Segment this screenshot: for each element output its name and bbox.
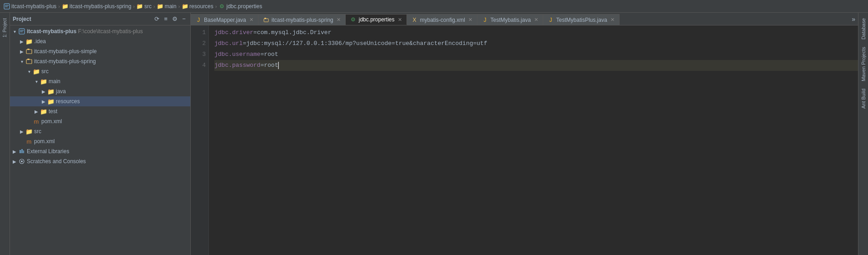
- tree-item-idea[interactable]: ▶ 📁 .idea: [10, 36, 190, 46]
- line-num-2: 2: [191, 38, 206, 49]
- breadcrumb-item-1[interactable]: itcast-mybatis-plus: [4, 3, 56, 10]
- tab-close-testmybatisplus[interactable]: ✕: [610, 17, 615, 23]
- tree-label-simple: itcast-mybatis-plus-simple: [34, 48, 97, 55]
- tab-mybatis-config[interactable]: X mybatis-config.xml ✕: [407, 14, 477, 25]
- arrow-main: ▾: [33, 78, 40, 85]
- arrow-root: ▾: [11, 28, 18, 35]
- right-tool-strips: Database Maven Projects Ant Build: [858, 13, 868, 255]
- tab-close-basemapper[interactable]: ✕: [249, 17, 253, 23]
- tab-testmybatis[interactable]: J TestMybatis.java ✕: [477, 14, 543, 25]
- tree-label-external: External Libraries: [27, 148, 69, 155]
- tab-close-testmybatis[interactable]: ✕: [534, 17, 538, 23]
- line-num-4: 4: [191, 60, 206, 71]
- tab-label-jdbc: jdbc.properties: [359, 16, 395, 23]
- code-key-4: jdbc.password: [214, 60, 260, 71]
- tree-label-java: java: [56, 88, 66, 95]
- svg-rect-8: [26, 60, 32, 64]
- tab-spring-module[interactable]: itcast-mybatis-plus-spring ✕: [258, 14, 346, 25]
- tab-close-mybatis-config[interactable]: ✕: [468, 17, 472, 23]
- panel-sync-icon[interactable]: ⟳: [153, 15, 160, 23]
- tree-label-main: main: [49, 78, 60, 85]
- tab-jdbc[interactable]: ⚙ jdbc.properties ✕: [346, 14, 407, 25]
- tree-label-test: test: [49, 108, 57, 115]
- svg-rect-5: [20, 31, 23, 32]
- line-numbers: 1 2 3 4: [191, 25, 209, 255]
- code-line-4: jdbc.password=root: [214, 60, 858, 71]
- breadcrumb-item-2[interactable]: 📁 itcast-mybatis-plus-spring: [62, 3, 131, 10]
- tree-item-java[interactable]: ▶ 📁 java: [10, 86, 190, 96]
- folder-icon-idea: 📁: [25, 38, 33, 45]
- tree-item-main[interactable]: ▾ 📁 main: [10, 76, 190, 86]
- tree-item-resources[interactable]: ▶ 📁 resources: [10, 96, 190, 106]
- tree-item-external[interactable]: ▶ External Libraries: [10, 146, 190, 156]
- tree-item-spring[interactable]: ▾ itcast-mybatis-plus-spring: [10, 56, 190, 66]
- breadcrumb-item-3[interactable]: 📁 src: [137, 3, 152, 10]
- panel-header-icons: ⟳ ≡ ⚙ −: [153, 15, 188, 23]
- tree-label-resources: resources: [56, 98, 80, 105]
- folder-icon-test: 📁: [40, 108, 47, 115]
- tab-basemapper[interactable]: J BaseMapper.java ✕: [191, 14, 258, 25]
- maven-panel-label[interactable]: Maven Projects: [860, 43, 867, 85]
- panel-minimize-icon[interactable]: −: [180, 15, 188, 23]
- breadcrumb-label-1: itcast-mybatis-plus: [11, 3, 56, 10]
- tree-label-src-root: src: [34, 128, 41, 135]
- breadcrumb-item-4[interactable]: 📁 main: [157, 3, 176, 10]
- code-key-3: jdbc.username: [214, 49, 260, 60]
- tree-item-pom-root[interactable]: ▶ m pom.xml: [10, 136, 190, 146]
- tab-overflow-button[interactable]: »: [849, 15, 858, 23]
- tree-item-simple[interactable]: ▶ itcast-mybatis-plus-simple: [10, 46, 190, 56]
- tree-label-spring: itcast-mybatis-plus-spring: [34, 58, 96, 65]
- breadcrumb-item-5[interactable]: 📁 resources: [182, 3, 213, 10]
- svg-rect-10: [20, 150, 21, 153]
- project-tool-label[interactable]: 1: Project: [1, 15, 8, 41]
- line-num-3: 3: [191, 49, 206, 60]
- panel-header: Project ⟳ ≡ ⚙ −: [10, 13, 190, 25]
- tab-testmybatisplus[interactable]: J TestMybatisPlus.java ✕: [543, 14, 620, 25]
- breadcrumb-sep-3: ›: [154, 4, 155, 9]
- properties-icon-tab: ⚙: [350, 16, 357, 23]
- tree-label-root: itcast-mybatis-plus: [27, 28, 76, 35]
- breadcrumb-sep-2: ›: [133, 4, 135, 9]
- tab-close-spring[interactable]: ✕: [337, 17, 341, 23]
- scratches-icon: [18, 158, 25, 165]
- tree-item-pom-spring[interactable]: ▶ m pom.xml: [10, 116, 190, 126]
- folder-icon-src: 📁: [33, 68, 40, 75]
- tree-item-src-spring[interactable]: ▾ 📁 src: [10, 66, 190, 76]
- database-panel-label[interactable]: Database: [860, 15, 867, 43]
- code-line-3: jdbc.username=root: [214, 49, 858, 60]
- arrow-test: ▶: [33, 108, 40, 115]
- code-eq-2: =: [243, 38, 246, 49]
- panel-title: Project: [13, 16, 150, 22]
- tree-item-src-root[interactable]: ▶ 📁 src: [10, 126, 190, 136]
- ant-panel-label[interactable]: Ant Build: [860, 85, 867, 112]
- folder-icon-4: 📁: [182, 3, 188, 10]
- maven-icon-root: m: [25, 138, 33, 145]
- tree-item-test[interactable]: ▶ 📁 test: [10, 106, 190, 116]
- code-editor[interactable]: jdbc.driver=com.mysql.jdbc.Driver jdbc.u…: [209, 25, 858, 255]
- folder-icon-main: 📁: [40, 78, 47, 85]
- module-icon-tab: [263, 17, 269, 23]
- svg-rect-4: [20, 30, 24, 31]
- tree-item-scratches[interactable]: ▶ Scratches and Consoles: [10, 156, 190, 166]
- code-val-1: com.mysql.jdbc.Driver: [257, 27, 332, 38]
- svg-rect-15: [264, 19, 268, 22]
- panel-collapse-icon[interactable]: ≡: [162, 15, 169, 23]
- tab-label-basemapper: BaseMapper.java: [204, 17, 246, 23]
- project-icon-tree: [18, 28, 25, 35]
- breadcrumb-label-5: resources: [189, 3, 213, 10]
- panel-settings-icon[interactable]: ⚙: [171, 15, 179, 23]
- editor-area: J BaseMapper.java ✕ itcast-mybatis-plus-…: [191, 13, 858, 255]
- code-eq-3: =: [260, 49, 264, 60]
- tree-item-root[interactable]: ▾ itcast-mybatis-plus F:\code\itcast-myb…: [10, 26, 190, 36]
- java-icon-1: J: [195, 17, 202, 23]
- breadcrumb-item-6[interactable]: ⚙ jdbc.properties: [218, 3, 262, 10]
- tab-close-jdbc[interactable]: ✕: [398, 17, 402, 23]
- properties-icon: ⚙: [218, 3, 225, 10]
- svg-rect-16: [264, 18, 266, 19]
- arrow-external: ▶: [11, 148, 18, 155]
- code-val-3: root: [264, 49, 278, 60]
- project-tree: ▾ itcast-mybatis-plus F:\code\itcast-myb…: [10, 25, 190, 255]
- svg-rect-7: [27, 49, 30, 50]
- breadcrumb-label-4: main: [164, 3, 176, 10]
- breadcrumb-sep-4: ›: [178, 4, 180, 9]
